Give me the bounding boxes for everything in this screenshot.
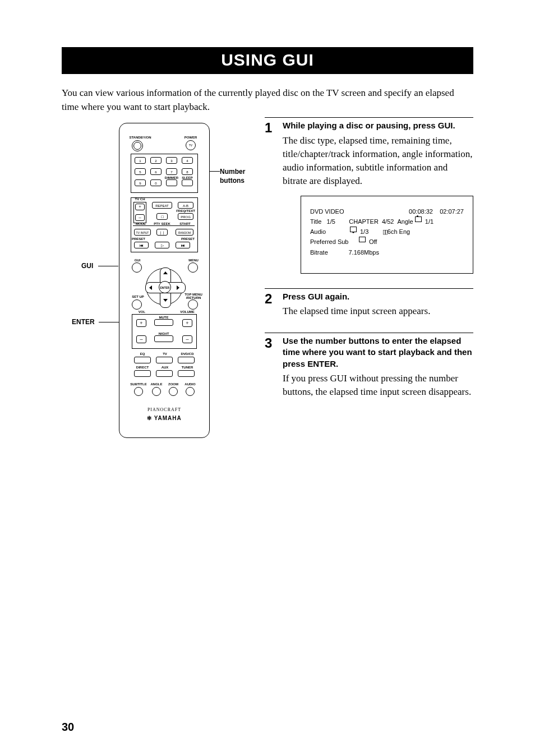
power-button: TV [186,140,196,150]
osd-sub-label: Preferred Sub [310,237,348,247]
dimmer-button [166,179,177,186]
menu-button [188,262,198,273]
night-button [154,335,173,342]
num-6: 6 [150,168,162,175]
zoom-label: ZOOM [165,382,181,386]
prev-button: ⏮ [134,242,149,248]
step-head: Use the number buttons to enter the elap… [283,335,473,370]
setup-label: SET UP [130,295,146,298]
vol-down-right: – [182,335,192,343]
dvdcd-button [178,357,195,363]
num-2: 2 [150,157,162,164]
osd-chap: 4/52 [382,216,394,227]
tvch-label: TV CH [133,197,146,201]
right-arrow-icon [177,285,179,290]
zoom-button [169,387,178,396]
subtitle-button [134,387,143,396]
speech-icon [350,227,357,232]
osd-ang-label: Angle [398,216,413,227]
pause-button: ❘❘ [156,229,168,236]
separator [265,333,473,333]
step-body-text: The elapsed time input screen appears. [283,306,430,316]
aux-button [156,370,173,377]
down-arrow-icon [163,299,168,302]
step-3: 3 Use the number buttons to enter the el… [265,335,473,399]
step-number: 3 [265,335,283,399]
next-button: ⏭ [176,242,190,248]
subtitle-icon [359,237,366,242]
page-title: USING GUI [62,47,473,74]
prog-button: PROG [178,213,193,220]
osd-aud-label: Audio [310,227,326,237]
sleep-button [182,179,193,186]
vol-down-left: – [136,335,146,343]
repeat-button: REPEAT [152,202,172,209]
callout-number-buttons: Number buttons [220,168,245,185]
callout-gui-label: GUI [81,262,93,270]
direct-label: DIRECT [134,366,151,369]
standby-label: STANDBY/ON [126,136,154,139]
up-arrow-icon [163,271,168,274]
osd-title: 1/5 [327,216,335,227]
step-number: 1 [265,120,283,273]
topmenu-label: TOP MENU /RETURN [182,293,205,299]
ab-button: A-B [178,202,193,209]
dvdcd-label: DVD/CD [178,352,197,356]
osd-panel: DVD VIDEO00:08:32 02:07:27 Title 1/5 CHA… [301,196,473,274]
osd-ang: 1/1 [425,216,433,227]
stop-button: ☐ [156,213,168,220]
separator [265,117,473,118]
osd-br: 7.168Mbps [348,247,379,257]
standby-button [132,140,143,151]
callout-enter: ENTER [72,318,95,326]
osd-sub: Off [369,237,377,247]
gui-button [132,262,142,273]
tvch-plus: + [135,204,145,210]
osd-aud2: 6ch Eng [388,227,410,237]
random-button: RANDOM [176,229,193,236]
num-7: 7 [166,168,177,175]
vol-up-right: + [182,319,192,327]
camera-icon [415,216,422,222]
vol-label: VOL [136,310,147,314]
osd-disc: DVD VIDEO [310,206,344,216]
angle-label: ANGLE [149,382,164,386]
vol-up-left: + [136,319,146,327]
osd-elapsed: 00:08:32 [409,206,433,216]
num-9: 9 [135,179,146,186]
subtitle-label: SUBTITLE [130,382,147,386]
setup-button [132,299,142,310]
remote-diagram-column: Number buttons GUI ENTER STANDBY/ON POWE… [62,117,248,438]
eq-button [134,357,151,363]
direct-button [134,370,151,377]
steps-column: 1 While playing a disc or pausing, press… [265,117,473,438]
callout-gui: GUI [81,262,93,270]
tv-src-button [156,357,173,363]
num-8: 8 [182,168,193,175]
brand-yamaha: ✻ YAMAHA [119,415,209,421]
num-5: 5 [135,168,146,175]
osd-br-label: Bitrate [310,247,328,257]
eq-label: EQ [134,352,151,356]
preset-next-label: PRESET [177,237,195,241]
audio-label: AUDIO [182,382,198,386]
dpad: ENTER [146,268,183,305]
num-3: 3 [166,157,177,164]
osd-aud1: 1/3 [360,227,368,237]
osd-title-label: Title [310,216,321,227]
enter-button: ENTER [159,281,171,293]
num-1: 1 [135,157,146,164]
tuner-button [178,370,195,377]
tv-src-label: TV [156,352,173,356]
topmenu-button [188,299,198,310]
power-label: POWER [182,136,199,139]
remote-control: STANDBY/ON POWER TV 1 2 3 4 5 6 7 8 9 0 … [119,123,210,438]
step-2: 2 Press GUI again. The elapsed time inpu… [265,291,473,318]
num-4: 4 [182,157,193,164]
freq-label: FREQ/TEXT [174,209,197,213]
step-number: 2 [265,291,283,318]
menu-label: MENU [187,259,200,262]
angle-button [152,387,161,396]
volume-label: VOLUME [178,310,197,314]
callout-enter-label: ENTER [72,318,95,326]
